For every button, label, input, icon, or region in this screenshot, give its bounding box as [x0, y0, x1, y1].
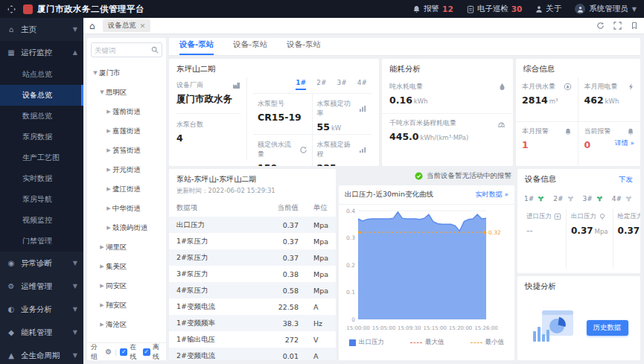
- notice-text: 当前设备暂无活动中的报警: [427, 171, 511, 181]
- tab-device-overview[interactable]: 设备总览 ✕: [103, 19, 151, 32]
- sidebar-subitem-1-3[interactable]: 泵房数据: [0, 127, 83, 147]
- fullscreen-icon[interactable]: [613, 22, 622, 30]
- svg-text:15:09:30: 15:09:30: [398, 325, 421, 331]
- gear-icon[interactable]: ⚙: [105, 348, 112, 356]
- energy-value: 445.0kWh/(km³·MPa): [389, 131, 506, 142]
- pump-status-3-running[interactable]: 3#: [583, 194, 605, 203]
- sidebar-item-label: 异常诊断: [21, 258, 52, 269]
- tree-node-6[interactable]: ▶鹭江街道: [87, 179, 166, 199]
- collapse-menu-icon[interactable]: [7, 5, 16, 13]
- table-row: 2#变频电流0.01A: [169, 348, 336, 360]
- sidebar-item-label: 运维管理: [21, 281, 52, 292]
- user-menu[interactable]: 系统管理员 ▼: [575, 4, 637, 14]
- online-filter[interactable]: ✓在线: [120, 342, 139, 361]
- tree-node-label: 湖里区: [106, 243, 127, 252]
- tree-node-7[interactable]: ▶中华街道: [87, 199, 166, 218]
- quick-analysis-title: 快捷分析: [517, 276, 640, 295]
- tree-node-5[interactable]: ▶开元街道: [87, 160, 166, 179]
- close-icon[interactable]: ✕: [140, 22, 146, 30]
- alarm-detail-link[interactable]: 详情 »: [615, 138, 634, 148]
- sidebar-item-2[interactable]: ◉异常诊断▼: [0, 252, 83, 275]
- tree-node-10[interactable]: ▶集美区: [87, 257, 166, 276]
- summary-label: 本月供水量: [522, 82, 555, 92]
- sidebar-subitem-1-0[interactable]: 站点总览: [0, 64, 83, 85]
- sidebar-item-5[interactable]: ◆能耗管理▼: [0, 321, 83, 344]
- energy-value: 0.16kWh: [389, 95, 506, 106]
- table-row: 1#泵压力0.37Mpa: [169, 233, 336, 249]
- inspection-button[interactable]: 电子巡检 30: [467, 4, 523, 14]
- tree-node-9[interactable]: ▶湖里区: [87, 237, 166, 257]
- summary-cell-2: 本月报警1: [516, 122, 578, 166]
- search-input[interactable]: [95, 46, 151, 54]
- sidebar-item-6[interactable]: ▲全生命周期▼: [0, 344, 83, 364]
- history-data-button[interactable]: 历史数据: [587, 320, 628, 336]
- fan-icon: [595, 194, 605, 203]
- device-tab-1[interactable]: 设备-泵站: [233, 39, 267, 55]
- sidebar-subitem-1-8[interactable]: 门禁管理: [0, 231, 83, 252]
- offline-checkbox[interactable]: ✓: [143, 348, 150, 356]
- tree-node-4[interactable]: ▶筼筜街道: [87, 141, 166, 160]
- pump-status-1-running[interactable]: 1#: [524, 194, 546, 203]
- offline-filter[interactable]: ✓离线: [143, 342, 162, 361]
- legend-label: 出口压力: [359, 338, 384, 347]
- svg-text:0: 0: [351, 316, 355, 323]
- tree-arrow-icon: ▶: [105, 147, 112, 153]
- realtime-data-link[interactable]: 实时数据 »: [476, 190, 508, 199]
- refresh-icon[interactable]: [596, 22, 605, 30]
- tree-node-3[interactable]: ▶嘉莲街道: [87, 121, 166, 141]
- region-tree: ▼厦门市▼思明区▶莲前街道▶嘉莲街道▶筼筜街道▶开元街道▶鹭江街道▶中华街道▶鼓…: [87, 62, 166, 342]
- home-icon[interactable]: ⌂: [89, 22, 95, 31]
- about-button[interactable]: 关于: [535, 4, 561, 14]
- tree-node-0[interactable]: ▼厦门市: [87, 63, 166, 83]
- device-tab-2[interactable]: 设备-泵站: [287, 39, 321, 55]
- tree-node-2[interactable]: ▶莲前街道: [87, 102, 166, 121]
- online-checkbox[interactable]: ✓: [120, 348, 127, 356]
- search-icon: [151, 46, 159, 54]
- sidebar-item-4[interactable]: ◐业务分析▼: [0, 298, 83, 321]
- legend-item-0[interactable]: 出口压力: [349, 338, 384, 347]
- sidebar-item-label: 主页: [21, 25, 36, 35]
- tree-arrow-icon: ▶: [105, 186, 112, 192]
- monitor-icon: ▦: [6, 48, 16, 57]
- pump-tab-4[interactable]: 4#: [357, 79, 367, 90]
- tree-node-13[interactable]: ▶海沧区: [87, 315, 166, 334]
- tree-node-12[interactable]: ▶翔安区: [87, 296, 166, 315]
- pump-tab-1[interactable]: 1#: [296, 79, 306, 90]
- tree-node-label: 莲前街道: [112, 107, 141, 117]
- svg-text:15:05:00: 15:05:00: [372, 325, 395, 331]
- sidebar-item-0[interactable]: ⌂主页▼: [0, 18, 83, 41]
- sidebar-subitem-1-2[interactable]: 数据总览: [0, 106, 83, 127]
- tree-node-1[interactable]: ▼思明区: [87, 83, 166, 102]
- sidebar-subitem-1-5[interactable]: 实时数据: [0, 168, 83, 189]
- legend-item-1[interactable]: 最大值: [410, 338, 444, 347]
- tree-node-8[interactable]: ▶鼓浪屿街道: [87, 218, 166, 237]
- pressure-area-chart: 00.10.20.30.40.3215:00:0015:05:0015:09:3…: [339, 205, 506, 337]
- sidebar-subitem-1-1[interactable]: 设备总览: [0, 85, 83, 106]
- pump-status-4-stopped[interactable]: 4#: [612, 194, 634, 203]
- pump-status-2-stopped[interactable]: 2#: [553, 194, 575, 203]
- sidebar-item-3[interactable]: ⚙运维管理▼: [0, 275, 83, 298]
- tree-node-11[interactable]: ▶同安区: [87, 276, 166, 296]
- tree-node-label: 同安区: [106, 281, 127, 291]
- pump-tab-3[interactable]: 3#: [337, 79, 346, 90]
- device-metric-1: 出口压力0.37Mpa: [566, 209, 613, 269]
- tree-node-label: 筼筜街道: [112, 146, 141, 156]
- energy-title: 能耗分析: [382, 59, 513, 77]
- tabbar-icons: [596, 22, 638, 30]
- bookmark-icon[interactable]: [631, 22, 638, 30]
- row-unit: Mpa: [306, 233, 336, 249]
- legend-item-2[interactable]: 最小值: [471, 338, 505, 347]
- sidebar-subitem-1-7[interactable]: 视频监控: [0, 210, 83, 231]
- device-info-card: 设备信息 下发 1#2#3#4# 进口压力--出口压力0.37Mpa给定压力0.…: [517, 169, 640, 273]
- sidebar-item-label: 运行监控: [21, 48, 52, 58]
- alarm-button[interactable]: 报警 12: [412, 4, 453, 14]
- sidebar-item-1[interactable]: ▦运行监控▲: [0, 41, 83, 64]
- sidebar-subitem-1-6[interactable]: 泵房导航: [0, 189, 83, 210]
- tree-arrow-icon: ▶: [105, 128, 112, 134]
- pump-tab-2[interactable]: 2#: [316, 79, 326, 90]
- summary-card: 综合信息 本月供水量2814m³本月用电量462kWh本月报警1当前报警0详情 …: [516, 59, 640, 166]
- send-down-link[interactable]: 下发: [619, 175, 633, 185]
- row-value: 0.37: [267, 249, 306, 266]
- device-tab-0[interactable]: 设备-泵站: [179, 39, 214, 55]
- sidebar-subitem-1-4[interactable]: 生产工艺图: [0, 147, 83, 168]
